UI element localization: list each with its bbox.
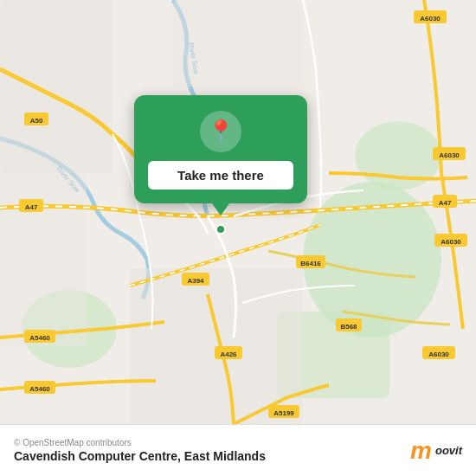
moovit-text: oovit — [435, 444, 462, 457]
moovit-logo: m oovit — [410, 439, 462, 463]
svg-text:A6030: A6030 — [441, 238, 461, 246]
bottom-left: © OpenStreetMap contributors Cavendish C… — [14, 438, 266, 463]
svg-text:B568: B568 — [340, 323, 357, 331]
popup-card: 📍 Take me there — [134, 95, 307, 203]
svg-text:A5460: A5460 — [29, 385, 50, 393]
svg-text:A6030: A6030 — [439, 151, 460, 159]
svg-text:A47: A47 — [439, 199, 452, 207]
svg-text:A6030: A6030 — [420, 15, 441, 23]
location-icon-wrapper: 📍 — [200, 111, 241, 152]
svg-text:B6416: B6416 — [300, 260, 321, 267]
svg-text:A5199: A5199 — [273, 409, 294, 417]
svg-rect-7 — [0, 0, 113, 173]
svg-rect-10 — [173, 0, 303, 87]
svg-rect-8 — [0, 173, 87, 346]
svg-text:A6030: A6030 — [428, 351, 449, 358]
svg-text:A394: A394 — [187, 277, 204, 285]
location-pin-icon: 📍 — [207, 120, 235, 143]
svg-point-39 — [216, 225, 225, 234]
location-name: Cavendish Computer Centre, East Midlands — [14, 449, 266, 463]
bottom-bar: © OpenStreetMap contributors Cavendish C… — [0, 424, 476, 476]
moovit-m-letter: m — [410, 439, 432, 463]
copyright-text: © OpenStreetMap contributors — [14, 438, 266, 447]
take-me-there-button[interactable]: Take me there — [148, 161, 293, 190]
svg-text:A47: A47 — [25, 203, 38, 211]
svg-text:A426: A426 — [220, 351, 237, 358]
map-container: River Sow River Sow — [0, 0, 476, 424]
svg-text:A5460: A5460 — [29, 334, 50, 342]
svg-text:A50: A50 — [30, 117, 43, 125]
